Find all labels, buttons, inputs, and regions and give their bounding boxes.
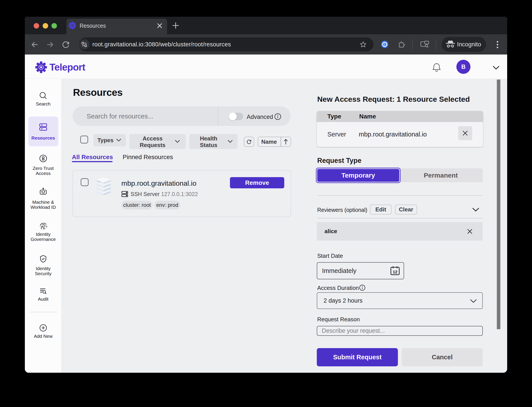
svg-text:12: 12: [393, 270, 397, 274]
